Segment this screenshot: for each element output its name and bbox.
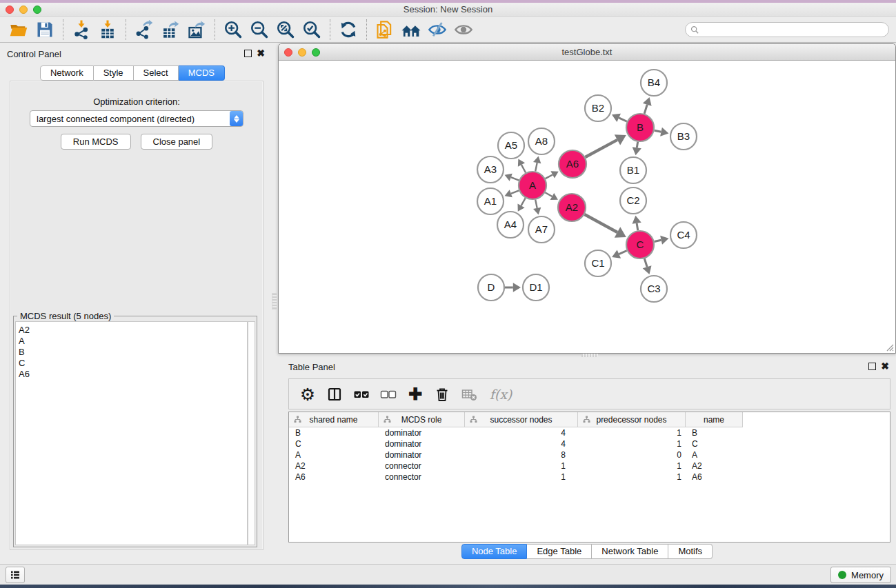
save-floppy-icon[interactable] [32, 18, 58, 41]
tab-network[interactable]: Network [40, 65, 94, 81]
edge-A-A5[interactable] [521, 165, 526, 172]
result-item[interactable]: A [19, 336, 247, 347]
cell-successor-nodes: 4 [465, 439, 578, 449]
tab-style[interactable]: Style [94, 65, 134, 81]
column-header-mcds-role[interactable]: MCDS role [379, 412, 465, 427]
mcds-result-list[interactable]: A2ABCA6 [15, 321, 248, 545]
open-folder-icon[interactable] [6, 18, 32, 41]
tab-edge-table[interactable]: Edge Table [527, 544, 592, 559]
close-panel-button[interactable]: Close panel [141, 134, 213, 150]
node-label-A1: A1 [484, 195, 497, 207]
network-window-titlebar[interactable]: testGlobe.txt [279, 44, 895, 61]
add-icon[interactable]: ✚ [405, 384, 426, 405]
edge-C-C2[interactable] [637, 223, 638, 230]
search-input[interactable] [685, 22, 889, 37]
zoom-out-icon[interactable] [246, 18, 272, 41]
zoom-selected-icon[interactable] [299, 18, 325, 41]
result-scrollbar[interactable] [248, 321, 255, 545]
memory-button[interactable]: Memory [830, 567, 891, 583]
result-item[interactable]: A2 [19, 325, 247, 336]
edge-A6-B[interactable] [585, 140, 617, 157]
column-header-predecessor-nodes[interactable]: predecessor nodes [578, 412, 686, 427]
import-table-icon[interactable] [94, 18, 121, 41]
export-image-icon[interactable] [183, 18, 210, 41]
run-mcds-button[interactable]: Run MCDS [61, 134, 131, 150]
table-row[interactable]: Adominator80A [289, 449, 890, 460]
arrowhead-icon [533, 156, 541, 164]
edge-A-A2[interactable] [545, 192, 552, 196]
node-label-A: A [529, 179, 536, 191]
split-columns-icon[interactable] [324, 384, 345, 405]
control-panel: Control Panel ✖ NetworkStyleSelectMCDS O… [0, 43, 270, 558]
cell-predecessor-nodes: 1 [578, 461, 686, 471]
float-table-panel-icon[interactable] [868, 363, 876, 370]
criterion-value: largest connected component (directed) [30, 114, 230, 124]
result-item[interactable]: B [19, 347, 247, 358]
refresh-icon[interactable] [335, 18, 361, 41]
trash-icon[interactable] [432, 384, 452, 405]
edge-A-A7[interactable] [535, 200, 537, 208]
table-toolbar: ⚙ ✚ f(x) [288, 378, 890, 409]
result-item[interactable]: A6 [19, 369, 247, 380]
edge-B-B3[interactable] [655, 130, 661, 132]
edge-C-C1[interactable] [619, 250, 626, 254]
edge-C-C4[interactable] [654, 240, 661, 241]
edge-A-A8[interactable] [535, 163, 537, 171]
edge-B-B1[interactable] [637, 142, 637, 148]
edge-A-A1[interactable] [511, 190, 519, 193]
import-network-icon[interactable] [68, 18, 94, 41]
table-row[interactable]: Cdominator41C [289, 438, 890, 449]
cell-shared-name: B [289, 428, 379, 438]
toolbar-separator [126, 19, 126, 40]
cell-successor-nodes: 4 [465, 428, 578, 438]
clone-network-document-icon[interactable] [372, 18, 398, 41]
result-item[interactable]: C [19, 358, 247, 369]
eye-icon[interactable] [450, 18, 477, 41]
edge-B-B2[interactable] [619, 118, 627, 121]
close-table-panel-icon[interactable]: ✖ [881, 361, 889, 372]
edge-B-B4[interactable] [644, 105, 647, 114]
function-fx-icon[interactable]: f(x) [486, 384, 516, 405]
column-header-shared-name[interactable]: shared name [289, 412, 379, 427]
edge-C-C3[interactable] [644, 258, 647, 267]
network-canvas[interactable]: AA1A2A3A4A5A6A7A8BB1B2B3B4CC1C2C3C4DD1 [279, 61, 895, 353]
cell-shared-name: C [289, 439, 379, 449]
houses-icon[interactable] [398, 18, 424, 41]
tab-network-table[interactable]: Network Table [592, 544, 668, 559]
eye-slash-icon[interactable] [424, 18, 450, 41]
column-header-successor-nodes[interactable]: successor nodes [465, 412, 578, 427]
tab-motifs[interactable]: Motifs [668, 544, 713, 559]
criterion-dropdown[interactable]: largest connected component (directed) [30, 110, 243, 127]
export-table-icon[interactable] [157, 18, 183, 41]
node-label-B: B [637, 121, 644, 133]
horizontal-split-handle[interactable] [581, 354, 598, 357]
control-panel-tabs: NetworkStyleSelectMCDS [0, 65, 265, 81]
table-row[interactable]: A2connector11A2 [289, 460, 890, 472]
resize-grip-icon[interactable] [884, 342, 894, 352]
edge-A-A4[interactable] [521, 198, 526, 205]
table-row[interactable]: A6connector11A6 [289, 472, 890, 483]
edge-A-A6[interactable] [546, 174, 553, 179]
gear-icon[interactable]: ⚙ [297, 384, 318, 405]
tab-node-table[interactable]: Node Table [461, 544, 528, 559]
deselect-all-checkboxes-icon[interactable] [378, 384, 399, 405]
node-table[interactable]: shared nameMCDS rolesuccessor nodesprede… [288, 412, 890, 543]
node-label-B1: B1 [627, 164, 639, 176]
export-network-icon[interactable] [131, 18, 157, 41]
tab-mcds[interactable]: MCDS [179, 65, 225, 81]
float-panel-icon[interactable] [244, 50, 252, 57]
cell-predecessor-nodes: 1 [578, 428, 686, 438]
select-all-checkboxes-icon[interactable] [351, 384, 372, 405]
zoom-fit-icon[interactable] [272, 18, 299, 41]
table-body: Bdominator41BCdominator41CAdominator80AA… [289, 427, 890, 483]
task-history-button[interactable] [6, 567, 25, 583]
tab-select[interactable]: Select [134, 65, 179, 81]
edge-A-A3[interactable] [511, 177, 519, 180]
delete-table-icon[interactable] [459, 384, 479, 405]
zoom-in-icon[interactable] [220, 18, 246, 41]
table-row[interactable]: Bdominator41B [289, 427, 890, 438]
column-header-name[interactable]: name [686, 412, 743, 427]
close-panel-icon[interactable]: ✖ [257, 48, 265, 59]
edge-A2-C[interactable] [584, 214, 617, 232]
vertical-split-handle[interactable] [272, 293, 277, 310]
